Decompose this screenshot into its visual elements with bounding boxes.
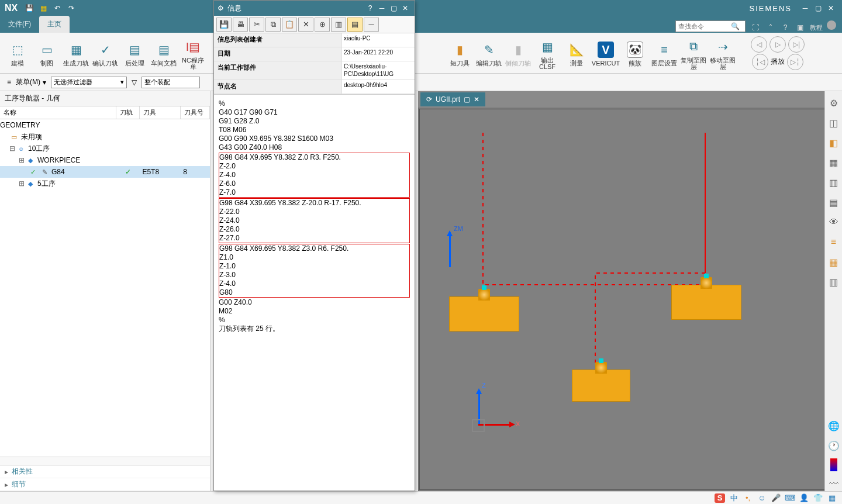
expand-icon[interactable]: ⊞ — [19, 179, 26, 188]
assembly-icon[interactable]: ◧ — [827, 136, 841, 150]
minimize-button[interactable]: ─ — [799, 2, 812, 15]
ime-punct-icon[interactable]: •, — [743, 493, 753, 503]
tree-row-unused[interactable]: ▭未用项 — [0, 131, 210, 143]
tool-confirm[interactable]: ✓确认刀轨 — [92, 39, 118, 67]
tool-post[interactable]: ▤后处理 — [122, 39, 147, 67]
ime-tool-icon[interactable]: 👕 — [813, 493, 823, 503]
info-copy-button[interactable]: ⧉ — [265, 18, 281, 32]
assembly-combo[interactable]: 整个装配 — [142, 77, 200, 88]
info-maximize-button[interactable]: ▢ — [388, 3, 399, 13]
filter-combo[interactable]: 无选择过滤器▾ — [51, 77, 127, 88]
ime-mic-icon[interactable]: 🎤 — [771, 493, 781, 503]
view-cube[interactable] — [472, 419, 485, 432]
workpiece-block-2[interactable] — [671, 285, 741, 320]
tutorial-label[interactable]: 教程 — [810, 22, 823, 33]
tool-clsf[interactable]: ▦输出 CLSF — [534, 36, 560, 70]
tool-ncprog[interactable]: I▤NC程序单 — [180, 36, 206, 70]
info-collapse-button[interactable]: ─ — [364, 18, 379, 32]
cube-icon[interactable]: ◫ — [827, 116, 841, 130]
tool-panda[interactable]: 🐼熊族 — [622, 39, 648, 67]
layer-icon[interactable]: ≡ — [827, 235, 841, 249]
clock-icon[interactable]: 🕐 — [827, 439, 841, 453]
undo-icon[interactable]: ↶ — [51, 2, 63, 14]
close-button[interactable]: ✕ — [824, 2, 837, 15]
play-button[interactable]: ▷ — [769, 36, 786, 53]
user-icon[interactable] — [827, 20, 836, 30]
tab-restore-icon[interactable]: ▢ — [464, 95, 470, 103]
menu-button[interactable]: 菜单(M) ▾ — [16, 77, 46, 87]
info-minimize-button[interactable]: ─ — [376, 3, 388, 13]
tool-draft[interactable]: ▭制图 — [34, 39, 60, 67]
collapse-icon[interactable]: ⊟ — [9, 144, 16, 153]
info-help-button[interactable]: ? — [364, 3, 376, 13]
expand-icon[interactable]: ⊞ — [19, 156, 26, 164]
calc-icon[interactable]: ▦ — [37, 2, 49, 14]
filter-icon[interactable]: ▽ — [132, 78, 137, 87]
section-related[interactable]: ▸相关性 — [0, 465, 210, 478]
tab-file[interactable]: 文件(F) — [0, 16, 39, 33]
next-button[interactable]: ▷| — [788, 36, 805, 53]
info-cut-button[interactable]: ✂ — [249, 18, 264, 32]
wave-icon[interactable]: 〰 — [827, 477, 841, 491]
tool-gentool[interactable]: ▦生成刀轨 — [63, 39, 89, 67]
gradient-icon[interactable] — [830, 458, 837, 471]
part-icon[interactable]: ▦ — [827, 156, 841, 170]
ime-user-icon[interactable]: 👤 — [799, 493, 809, 503]
tool-copylayer[interactable]: ⧉复制至图层 — [681, 36, 706, 70]
tab-home[interactable]: 主页 — [39, 16, 70, 33]
tool-layerset[interactable]: ≡图层设置 — [651, 39, 677, 67]
info-delete-button[interactable]: ✕ — [298, 18, 313, 32]
tree-row-geometry[interactable]: GEOMETRY — [0, 119, 210, 131]
step-back-button[interactable]: ╎◁ — [752, 54, 768, 70]
command-search[interactable]: 🔍 — [675, 20, 746, 32]
tool-vericut[interactable]: VVERICUT — [593, 39, 619, 67]
video-icon[interactable]: ▣ — [795, 22, 805, 33]
fullscreen-icon[interactable]: ⛶ — [750, 22, 761, 33]
ime-keyboard-icon[interactable]: ⌨ — [785, 493, 795, 503]
info-titlebar[interactable]: ⚙信息 ? ─ ▢ ✕ — [214, 1, 415, 16]
info-save-button[interactable]: 💾 — [216, 18, 232, 32]
info-close-button[interactable]: ✕ — [399, 3, 411, 13]
sheet-icon[interactable]: ▤ — [827, 195, 841, 209]
info-content[interactable]: % G40 G17 G90 G71 G91 G28 Z.0 T08 M06 G0… — [214, 95, 415, 491]
section-detail[interactable]: ▸细节 — [0, 478, 210, 491]
web-icon[interactable]: 🌐 — [827, 419, 841, 433]
tree-row-workpiece[interactable]: ⊞◆WORKPIECE — [0, 154, 210, 166]
step-fwd-button[interactable]: ▷╎ — [787, 54, 803, 70]
gear-icon[interactable]: ⚙ — [827, 96, 841, 110]
viewport-tab[interactable]: ⟳ UGII.prt ▢ ✕ — [420, 92, 485, 106]
redo-icon[interactable]: ↷ — [65, 2, 77, 14]
tool-edittool[interactable]: ✎编辑刀轨 — [476, 39, 502, 67]
col-track[interactable]: 刀轨 — [116, 106, 140, 119]
viewport-3d[interactable]: ZM Z X — [419, 109, 841, 490]
info-print-button[interactable]: 🖶 — [233, 18, 248, 32]
stack-icon[interactable]: ▦ — [827, 255, 841, 269]
restore-button[interactable]: ▢ — [812, 2, 824, 15]
browser-icon[interactable]: ▥ — [827, 275, 841, 289]
workpiece-block-3[interactable] — [572, 370, 630, 402]
info-target-button[interactable]: ⊕ — [315, 18, 330, 32]
tree-row-op10[interactable]: ⊟⌾10工序 — [0, 143, 210, 154]
info-wrap-button[interactable]: ▤ — [347, 18, 363, 32]
tree-body[interactable]: GEOMETRY ▭未用项 ⊟⌾10工序 ⊞◆WORKPIECE ✓✎G84 ✓… — [0, 119, 210, 457]
col-toolnum[interactable]: 刀具号 — [181, 106, 210, 119]
col-name[interactable]: 名称 — [0, 106, 116, 119]
save-icon[interactable]: 💾 — [23, 2, 35, 14]
hamburger-icon[interactable]: ≡ — [7, 78, 11, 87]
sogou-ime-icon[interactable]: S — [715, 493, 725, 503]
feature-icon[interactable]: ▥ — [827, 175, 841, 189]
tool-movelayer[interactable]: ⇢移动至图层 — [710, 36, 736, 70]
tool-shorttool[interactable]: ▮短刀具 — [447, 39, 472, 67]
eye-icon[interactable]: 👁 — [827, 215, 841, 229]
ime-smile-icon[interactable]: ☺ — [757, 493, 767, 503]
tree-row-g84[interactable]: ✓✎G84 ✓ E5T8 8 — [0, 166, 210, 178]
workpiece-block-1[interactable] — [449, 296, 519, 332]
tab-close-icon[interactable]: ✕ — [474, 95, 479, 103]
collapse-icon[interactable]: ˄ — [765, 22, 776, 33]
info-list-button[interactable]: ▥ — [331, 18, 346, 32]
tool-model[interactable]: ⬚建模 — [5, 39, 30, 67]
tree-row-op5[interactable]: ⊞◆5工序 — [0, 178, 210, 189]
tool-measure[interactable]: 📐测量 — [564, 39, 589, 67]
help-icon[interactable]: ? — [780, 22, 791, 33]
ime-lang-icon[interactable]: 中 — [729, 493, 739, 503]
